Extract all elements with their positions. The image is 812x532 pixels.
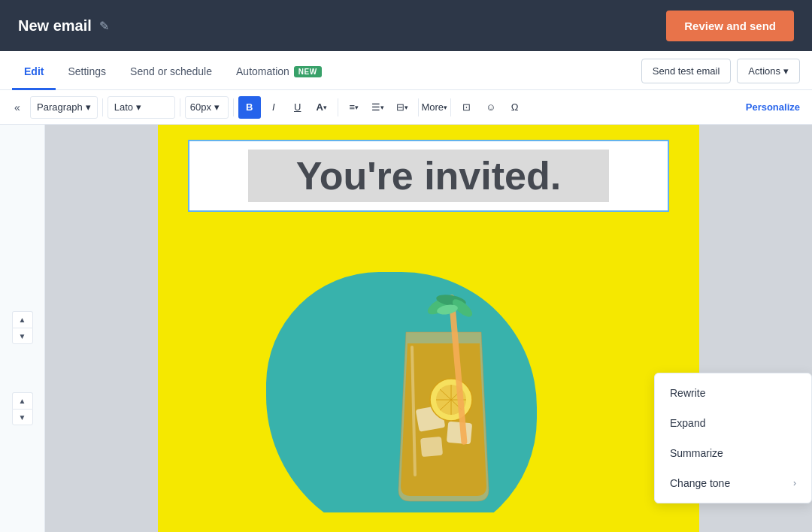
email-canvas: You're invited. [158, 125, 699, 532]
context-menu-item-summarize[interactable]: Summarize [655, 438, 811, 468]
svg-rect-2 [420, 437, 443, 457]
tab-send-or-schedule[interactable]: Send or schedule [118, 55, 224, 90]
lemonade-area [158, 227, 699, 512]
omega-icon: Ω [511, 101, 519, 113]
list-icon: ☰ [371, 101, 380, 113]
list-chevron-icon: ▾ [380, 104, 384, 111]
bold-button[interactable]: B [238, 96, 261, 119]
new-badge: NEW [294, 66, 322, 77]
ordered-list-chevron-icon: ▾ [404, 104, 408, 111]
context-menu-item-rewrite[interactable]: Rewrite [655, 378, 811, 408]
emoji-icon: ☺ [486, 101, 495, 113]
omega-button[interactable]: Ω [504, 96, 526, 119]
lemonade-svg [376, 287, 511, 512]
context-menu-item-change-tone[interactable]: Change tone › [655, 468, 811, 498]
svg-rect-1 [447, 422, 472, 445]
left-sidebar: ▲ ▼ ▲ ▼ [0, 125, 45, 532]
editor-area: ▲ ▼ ▲ ▼ You're invited. [0, 125, 812, 532]
canvas-container: You're invited. [45, 125, 812, 532]
emoji-button[interactable]: ☺ [480, 96, 502, 119]
align-icon: ≡ [349, 101, 355, 113]
toolbar-divider-5 [418, 98, 419, 116]
sidebar-up-arrow-2[interactable]: ▲ [12, 392, 33, 409]
nav-tabs: Edit Settings Send or schedule Automatio… [0, 51, 812, 90]
lemonade-glass [368, 272, 519, 512]
underline-button[interactable]: U [286, 96, 309, 119]
sidebar-arrow-group-1: ▲ ▼ [12, 311, 33, 344]
sidebar-down-arrow-1[interactable]: ▼ [12, 328, 33, 344]
toolbar-divider-2 [180, 98, 180, 116]
top-header: New email ✎ Review and send [0, 0, 812, 51]
header-left: New email ✎ [18, 17, 109, 35]
toolbar-divider-4 [338, 98, 338, 116]
font-select[interactable]: Lato ▾ [108, 96, 175, 119]
italic-button[interactable]: I [262, 96, 285, 119]
toolbar-divider-3 [233, 98, 234, 116]
edit-icon[interactable]: ✎ [99, 19, 109, 33]
change-tone-chevron-icon: › [793, 478, 796, 488]
ordered-list-button[interactable]: ⊟ ▾ [391, 96, 414, 119]
font-size-select[interactable]: 60px ▾ [185, 96, 229, 119]
tab-settings[interactable]: Settings [56, 55, 118, 90]
send-test-email-button[interactable]: Send test email [641, 59, 732, 83]
font-size-chevron-icon: ▾ [214, 101, 220, 113]
review-send-button[interactable]: Review and send [666, 11, 794, 41]
text-color-icon: A [317, 101, 323, 113]
paragraph-select[interactable]: Paragraph ▾ [30, 96, 98, 119]
context-menu: Rewrite Expand Summarize Change tone › [654, 373, 812, 503]
email-header-block[interactable]: You're invited. [188, 140, 669, 212]
email-title: New email [18, 17, 92, 35]
tab-edit[interactable]: Edit [12, 55, 56, 90]
sidebar-down-arrow-2[interactable]: ▼ [12, 409, 33, 425]
align-button[interactable]: ≡ ▾ [343, 96, 365, 119]
list-button[interactable]: ☰ ▾ [367, 96, 389, 119]
collapse-button[interactable]: « [6, 96, 29, 119]
paragraph-chevron-icon: ▾ [86, 101, 91, 113]
toolbar-divider-1 [102, 98, 103, 116]
tab-automation[interactable]: Automation NEW [224, 55, 334, 90]
nav-tabs-right: Send test email Actions ▾ [641, 59, 800, 89]
more-button[interactable]: More ▾ [423, 96, 446, 119]
font-chevron-icon: ▾ [136, 101, 141, 113]
special-char1-button[interactable]: ⊡ [456, 96, 478, 119]
sidebar-up-arrow-1[interactable]: ▲ [12, 311, 33, 328]
ordered-list-icon: ⊟ [396, 101, 404, 113]
actions-chevron-icon: ▾ [783, 65, 789, 77]
color-chevron-icon: ▾ [323, 104, 327, 111]
email-heading[interactable]: You're invited. [296, 153, 561, 198]
toolbar-divider-6 [450, 98, 451, 116]
text-color-button[interactable]: A ▾ [311, 96, 333, 119]
context-menu-item-expand[interactable]: Expand [655, 408, 811, 438]
actions-button[interactable]: Actions ▾ [737, 59, 800, 83]
nav-tabs-left: Edit Settings Send or schedule Automatio… [12, 51, 334, 89]
more-chevron-icon: ▾ [444, 104, 447, 111]
personalize-button[interactable]: Personalize [740, 101, 806, 113]
special-char1-icon: ⊡ [462, 101, 471, 113]
sidebar-arrow-group-2: ▲ ▼ [12, 392, 33, 425]
toolbar: « Paragraph ▾ Lato ▾ 60px ▾ B I U A ▾ ≡ … [0, 90, 812, 125]
align-chevron-icon: ▾ [355, 104, 359, 111]
